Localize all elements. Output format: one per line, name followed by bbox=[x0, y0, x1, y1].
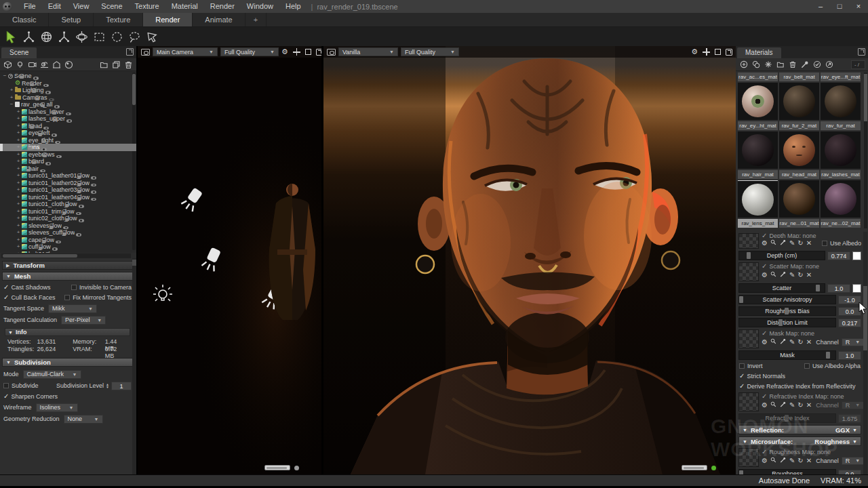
tree-item-sleeves_low[interactable]: +sleeves_low bbox=[0, 222, 136, 230]
viewport1-maximize-icon[interactable] bbox=[305, 49, 311, 55]
tree-item-eye_left[interactable]: +eye_left bbox=[0, 129, 136, 137]
tree-expander[interactable]: + bbox=[16, 223, 21, 228]
slider-thumb[interactable] bbox=[747, 252, 751, 259]
assign-material-icon[interactable] bbox=[824, 60, 834, 69]
delete-icon[interactable] bbox=[123, 60, 134, 69]
lock-icon[interactable] bbox=[53, 119, 57, 121]
tree-item-sleeves_cuff_low[interactable]: +sleeves_cuff_low bbox=[0, 229, 136, 237]
subdivision-mode-dropdown[interactable]: Catmull-Clark▼ bbox=[23, 370, 81, 379]
slider-track[interactable]: Scatter Anisotropy bbox=[738, 295, 836, 304]
material-thumb-ravheadmat[interactable] bbox=[779, 131, 819, 169]
slider-track[interactable]: Depth (cm) bbox=[738, 251, 825, 260]
slider-track[interactable]: Roughness bbox=[738, 469, 836, 474]
viewport1-split-view-icon[interactable] bbox=[293, 48, 300, 56]
lock-icon[interactable] bbox=[62, 232, 66, 235]
scene-panel-tab[interactable]: Scene bbox=[1, 47, 37, 58]
tree-item-Render[interactable]: ⚙Render bbox=[0, 80, 136, 87]
gear-icon[interactable]: ⚙ bbox=[762, 402, 768, 409]
universal-tool-icon[interactable] bbox=[74, 29, 89, 44]
tree-expander[interactable]: + bbox=[16, 130, 21, 136]
viewport2-camera-dropdown[interactable]: Vanilla▼ bbox=[338, 47, 398, 56]
channel-dropdown[interactable]: R▼ bbox=[842, 338, 864, 346]
lock-icon[interactable] bbox=[77, 183, 81, 186]
checkbox-checked[interactable]: ✓ bbox=[739, 383, 745, 390]
slider-value[interactable]: 0.0 bbox=[838, 470, 861, 475]
lock-icon[interactable] bbox=[42, 240, 46, 243]
scene-popout-icon[interactable] bbox=[126, 48, 134, 56]
viewport2-quick-slider[interactable] bbox=[682, 465, 707, 470]
search-icon[interactable] bbox=[770, 239, 777, 247]
edit-icon[interactable]: ✎ bbox=[789, 272, 795, 279]
slider-track[interactable]: Mask bbox=[738, 350, 836, 360]
material-label-ravbeltmat[interactable]: rav_belt_mat bbox=[779, 73, 819, 81]
tree-item-lens[interactable]: +lens bbox=[0, 144, 136, 151]
duplicate-material-icon[interactable] bbox=[751, 60, 761, 69]
transform-section-header[interactable]: ▶Transform bbox=[2, 261, 133, 270]
add-backdrop-icon[interactable] bbox=[52, 60, 62, 69]
translate-tool-icon[interactable] bbox=[21, 29, 36, 44]
mesh-section-header[interactable]: ▼Mesh bbox=[2, 272, 133, 281]
tree-item-head[interactable]: +head bbox=[0, 123, 136, 130]
add-sky-icon[interactable] bbox=[39, 60, 50, 69]
menu-scene[interactable]: Scene bbox=[95, 0, 128, 13]
slider-thumb[interactable] bbox=[785, 415, 789, 422]
clear-icon[interactable]: ✕ bbox=[806, 240, 812, 247]
tree-item-Cameras[interactable]: +Cameras bbox=[0, 94, 136, 102]
materials-scrollbar[interactable] bbox=[864, 73, 867, 228]
material-label-ravfurmat[interactable]: rav_fur_mat bbox=[821, 121, 861, 130]
tree-expander[interactable]: + bbox=[16, 109, 21, 115]
tree-item-lashes_upper[interactable]: +lashes_upper bbox=[0, 115, 136, 123]
menu-render[interactable]: Render bbox=[204, 0, 241, 13]
viewport1-quick-slider[interactable] bbox=[264, 465, 290, 470]
viewport2-settings-gear-icon[interactable]: ⚙ bbox=[691, 48, 698, 56]
dropper-icon[interactable] bbox=[780, 457, 787, 465]
material-label-ravheadmat[interactable]: rav_head_mat bbox=[779, 170, 819, 179]
viewport2-popout-icon[interactable] bbox=[726, 49, 732, 56]
tab-animate[interactable]: Animate bbox=[193, 13, 245, 26]
refresh-thumbnails-icon[interactable] bbox=[763, 60, 773, 69]
scale-tool-icon[interactable] bbox=[56, 29, 71, 44]
tree-expander[interactable]: + bbox=[16, 201, 21, 207]
viewport2-quality-dropdown[interactable]: Full Quality▼ bbox=[401, 47, 459, 56]
map-thumbnail[interactable] bbox=[738, 233, 759, 249]
slider-track[interactable]: Refractive Index bbox=[738, 413, 836, 423]
lasso-tool-icon[interactable] bbox=[127, 29, 142, 44]
lock-icon[interactable] bbox=[38, 133, 42, 136]
color-swatch[interactable] bbox=[852, 284, 861, 293]
search-icon[interactable] bbox=[770, 457, 777, 465]
viewport-vanilla[interactable]: Vanilla▼ Full Quality▼ ⚙ bbox=[323, 46, 736, 474]
tab-render[interactable]: Render bbox=[143, 13, 193, 26]
tree-item-hair[interactable]: +hair bbox=[0, 165, 136, 173]
tree-expander[interactable]: + bbox=[16, 195, 21, 200]
viewport2-status-dot[interactable] bbox=[711, 466, 716, 470]
dropper-icon[interactable] bbox=[780, 401, 787, 409]
slider-thumb[interactable] bbox=[826, 352, 830, 359]
menu-help[interactable]: Help bbox=[279, 0, 307, 13]
slider-thumb[interactable] bbox=[778, 319, 783, 326]
lock-icon[interactable] bbox=[41, 104, 45, 107]
viewport2-split-view-icon[interactable] bbox=[703, 48, 710, 56]
tab-setup[interactable]: Setup bbox=[49, 13, 94, 26]
map-checkbox[interactable]: ✓ bbox=[762, 449, 767, 455]
material-thumb-ravne02mat[interactable] bbox=[821, 180, 861, 218]
tree-expander[interactable]: + bbox=[16, 209, 21, 214]
tree-item-rav_geo_all[interactable]: −rav_geo_all bbox=[0, 101, 136, 108]
viewport-main-camera[interactable]: Main Camera▼ Full Quality▼ ⚙ bbox=[138, 46, 321, 474]
delete-icon[interactable] bbox=[787, 60, 797, 69]
tree-expander[interactable]: + bbox=[16, 159, 21, 164]
tree-expander[interactable]: + bbox=[16, 152, 21, 157]
menu-view[interactable]: View bbox=[67, 0, 96, 13]
tree-expander[interactable]: + bbox=[16, 116, 21, 121]
tree-expander[interactable]: + bbox=[9, 95, 14, 100]
tree-item-Lighting[interactable]: +Lighting bbox=[0, 87, 136, 94]
slider-thumb[interactable] bbox=[739, 296, 743, 303]
slider-value[interactable]: 1.675 bbox=[838, 414, 861, 423]
menu-edit[interactable]: Edit bbox=[42, 0, 67, 13]
scene-tree-hscrollbar[interactable] bbox=[1, 253, 131, 258]
clear-icon[interactable]: ✕ bbox=[806, 339, 812, 346]
tree-item-belt01_low[interactable]: +belt01_low bbox=[0, 251, 136, 253]
cull-back-faces-checkbox[interactable]: ✓ bbox=[3, 294, 9, 301]
reload-icon[interactable]: ↻ bbox=[797, 272, 803, 279]
clear-icon[interactable]: ✕ bbox=[806, 402, 812, 409]
tree-item-eyebrows[interactable]: +eyebrows bbox=[0, 151, 136, 159]
